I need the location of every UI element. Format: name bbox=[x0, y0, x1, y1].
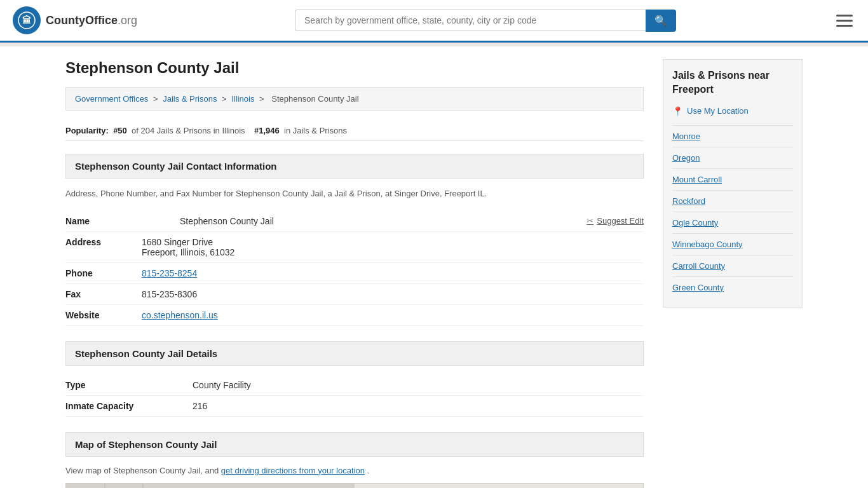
contact-address-label: Address bbox=[65, 237, 142, 247]
details-section-header: Stephenson County Jail Details bbox=[65, 341, 644, 366]
suggest-edit-button[interactable]: ✂ Suggest Edit bbox=[587, 216, 644, 226]
sidebar-list-item: Monroe bbox=[672, 125, 793, 147]
sidebar-list-item: Oregon bbox=[672, 147, 793, 168]
sidebar-list-item: Rockford bbox=[672, 190, 793, 212]
suggest-edit-icon: ✂ bbox=[587, 216, 593, 226]
contact-name-label: Name bbox=[65, 216, 142, 226]
breadcrumb-separator: > bbox=[259, 94, 264, 104]
map-period: . bbox=[367, 466, 370, 475]
main-content: Stephenson County Jail Government Office… bbox=[65, 59, 644, 488]
map-container[interactable]: 📍 Stephenson County Jail 📍 A & J Creatio… bbox=[65, 483, 644, 488]
contact-name-left: Name Stephenson County Jail bbox=[65, 216, 274, 226]
search-area: 🔍 bbox=[295, 10, 676, 32]
sidebar: Jails & Prisons near Freeport 📍 Use My L… bbox=[663, 59, 803, 488]
contact-website-value: co.stephenson.il.us bbox=[142, 310, 644, 320]
popularity-national-rank: #1,946 bbox=[254, 126, 280, 135]
location-pin-icon: 📍 bbox=[672, 106, 683, 116]
sidebar-link-oregon[interactable]: Oregon bbox=[672, 147, 793, 168]
sidebar-links-list: MonroeOregonMount CarrollRockfordOgle Co… bbox=[672, 125, 793, 298]
sidebar-box: Jails & Prisons near Freeport 📍 Use My L… bbox=[663, 59, 803, 308]
popularity-label: Popularity: bbox=[65, 126, 109, 135]
search-button[interactable]: 🔍 bbox=[646, 10, 676, 32]
details-capacity-label: Inmate Capacity bbox=[65, 401, 193, 411]
page-title: Stephenson County Jail bbox=[65, 59, 644, 77]
popularity-rank: #50 bbox=[113, 126, 127, 135]
header: 🏛 CountyOffice.org 🔍 bbox=[0, 0, 868, 43]
sidebar-link-green-county[interactable]: Green County bbox=[672, 277, 793, 298]
contact-description: Address, Phone Number, and Fax Number fo… bbox=[65, 187, 644, 201]
use-location-label: Use My Location bbox=[687, 106, 749, 116]
sidebar-list-item: Carroll County bbox=[672, 255, 793, 276]
contact-section-header: Stephenson County Jail Contact Informati… bbox=[65, 154, 644, 179]
popularity-section: Popularity: #50 of 204 Jails & Prisons i… bbox=[65, 121, 644, 141]
breadcrumb-item-jails[interactable]: Jails & Prisons bbox=[163, 94, 217, 104]
breadcrumb-separator: > bbox=[222, 94, 227, 104]
breadcrumb-item-illinois[interactable]: Illinois bbox=[231, 94, 254, 104]
sidebar-link-carroll-county[interactable]: Carroll County bbox=[672, 255, 793, 276]
menu-line bbox=[836, 20, 853, 22]
use-my-location-link[interactable]: 📍 Use My Location bbox=[672, 106, 793, 116]
logo-icon: 🏛 bbox=[13, 6, 41, 34]
contact-address-row: Address 1680 Singer Drive Freeport, Illi… bbox=[65, 232, 644, 263]
breadcrumb-item-government-offices[interactable]: Government Offices bbox=[75, 94, 148, 104]
popularity-national-label: in Jails & Prisons bbox=[284, 126, 347, 135]
details-type-row: Type County Facility bbox=[65, 375, 644, 396]
contact-address-value: 1680 Singer Drive Freeport, Illinois, 61… bbox=[142, 237, 644, 257]
contact-fax-row: Fax 815-235-8306 bbox=[65, 284, 644, 305]
breadcrumb: Government Offices > Jails & Prisons > I… bbox=[65, 87, 644, 111]
map-road-v1 bbox=[104, 484, 105, 488]
breadcrumb-separator: > bbox=[153, 94, 158, 104]
map-right-panel: 📍 A & J Creations bbox=[355, 484, 643, 488]
suggest-edit-label: Suggest Edit bbox=[597, 216, 644, 226]
map-section-header: Map of Stephenson County Jail bbox=[65, 432, 644, 457]
main-container: Stephenson County Jail Government Office… bbox=[53, 46, 815, 488]
map-visual: 📍 Stephenson County Jail 📍 A & J Creatio… bbox=[66, 484, 643, 488]
map-left-panel: 📍 Stephenson County Jail bbox=[66, 484, 355, 488]
menu-line bbox=[836, 15, 853, 17]
contact-website-label: Website bbox=[65, 310, 142, 320]
search-input[interactable] bbox=[295, 10, 646, 31]
sidebar-list-item: Green County bbox=[672, 276, 793, 298]
contact-phone-label: Phone bbox=[65, 268, 142, 278]
logo-text: CountyOffice.org bbox=[46, 14, 137, 27]
details-type-label: Type bbox=[65, 380, 193, 390]
menu-line bbox=[836, 25, 853, 27]
contact-fax-label: Fax bbox=[65, 289, 142, 299]
map-section: Map of Stephenson County Jail View map o… bbox=[65, 432, 644, 488]
logo-area: 🏛 CountyOffice.org bbox=[13, 6, 137, 34]
sidebar-title: Jails & Prisons near Freeport bbox=[672, 69, 793, 97]
svg-text:🏛: 🏛 bbox=[22, 15, 31, 25]
sidebar-link-mount-carroll[interactable]: Mount Carroll bbox=[672, 169, 793, 190]
sidebar-list-item: Winnebago County bbox=[672, 233, 793, 255]
contact-phone-row: Phone 815-235-8254 bbox=[65, 263, 644, 284]
sidebar-link-winnebago-county[interactable]: Winnebago County bbox=[672, 234, 793, 255]
details-capacity-value: 216 bbox=[193, 401, 644, 411]
breadcrumb-item-current: Stephenson County Jail bbox=[271, 94, 358, 104]
contact-fax-value: 815-235-8306 bbox=[142, 289, 644, 299]
contact-phone-value: 815-235-8254 bbox=[142, 268, 644, 278]
sidebar-list-item: Ogle County bbox=[672, 212, 793, 233]
contact-section: Stephenson County Jail Contact Informati… bbox=[65, 154, 644, 326]
details-type-value: County Facility bbox=[193, 380, 644, 390]
contact-address-line2: Freeport, Illinois, 61032 bbox=[142, 247, 644, 257]
map-directions-link[interactable]: get driving directions from your locatio… bbox=[221, 466, 365, 475]
contact-website-row: Website co.stephenson.il.us bbox=[65, 305, 644, 326]
search-icon: 🔍 bbox=[654, 15, 667, 26]
menu-button[interactable] bbox=[834, 12, 855, 29]
map-description-text: View map of Stephenson County Jail, and bbox=[65, 466, 219, 475]
popularity-total: of 204 Jails & Prisons in Illinois bbox=[132, 126, 245, 135]
contact-name-value: Stephenson County Jail bbox=[180, 216, 274, 226]
sidebar-link-rockford[interactable]: Rockford bbox=[672, 191, 793, 212]
details-capacity-row: Inmate Capacity 216 bbox=[65, 396, 644, 417]
map-description: View map of Stephenson County Jail, and … bbox=[65, 466, 644, 475]
contact-address-line1: 1680 Singer Drive bbox=[142, 237, 644, 247]
sidebar-link-ogle-county[interactable]: Ogle County bbox=[672, 212, 793, 233]
sidebar-list-item: Mount Carroll bbox=[672, 168, 793, 190]
details-section: Stephenson County Jail Details Type Coun… bbox=[65, 341, 644, 417]
contact-phone-link[interactable]: 815-235-8254 bbox=[142, 268, 197, 278]
map-road-v2 bbox=[142, 484, 144, 488]
sidebar-link-monroe[interactable]: Monroe bbox=[672, 126, 793, 147]
contact-website-link[interactable]: co.stephenson.il.us bbox=[142, 310, 218, 320]
contact-name-row: Name Stephenson County Jail ✂ Suggest Ed… bbox=[65, 211, 644, 232]
